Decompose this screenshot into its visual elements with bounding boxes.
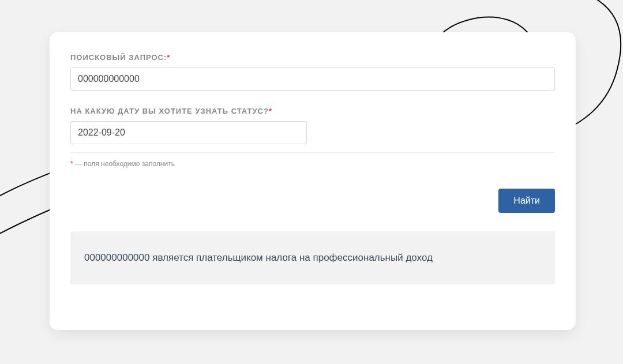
required-hint: * — поля необходимо заполнить	[70, 160, 555, 168]
required-mark: *	[269, 107, 272, 115]
status-date-label: НА КАКУЮ ДАТУ ВЫ ХОТИТЕ УЗНАТЬ СТАТУС?*	[70, 107, 555, 115]
search-button[interactable]: Найти	[498, 189, 555, 213]
result-message: 000000000000 является плательщиком налог…	[70, 231, 555, 284]
hint-text: — поля необходимо заполнить	[73, 160, 175, 168]
form-actions: Найти	[70, 189, 555, 213]
status-date-field: НА КАКУЮ ДАТУ ВЫ ХОТИТЕ УЗНАТЬ СТАТУС?*	[70, 107, 555, 144]
label-text: НА КАКУЮ ДАТУ ВЫ ХОТИТЕ УЗНАТЬ СТАТУС?	[70, 107, 269, 115]
search-form-card: ПОИСКОВЫЙ ЗАПРОС:* НА КАКУЮ ДАТУ ВЫ ХОТИ…	[50, 32, 576, 330]
search-query-input[interactable]	[70, 67, 555, 91]
search-query-field: ПОИСКОВЫЙ ЗАПРОС:*	[70, 53, 555, 91]
label-text: ПОИСКОВЫЙ ЗАПРОС:	[70, 53, 167, 62]
divider	[70, 152, 555, 153]
required-mark: *	[167, 53, 170, 62]
status-date-input[interactable]	[70, 121, 307, 144]
search-query-label: ПОИСКОВЫЙ ЗАПРОС:*	[70, 53, 555, 62]
